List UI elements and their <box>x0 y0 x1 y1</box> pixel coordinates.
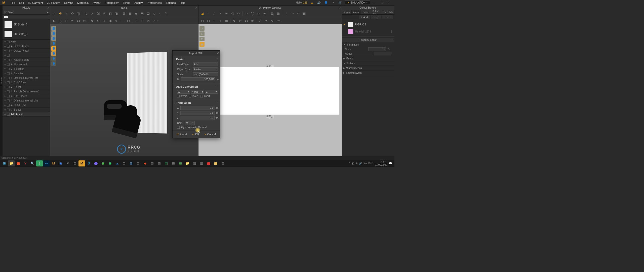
taskbar-app-icon[interactable]: ◆ <box>142 160 148 166</box>
tz-input[interactable] <box>180 116 215 120</box>
tool-icon[interactable]: ▦ <box>301 11 307 16</box>
menu-file[interactable]: File <box>9 1 17 4</box>
prop-section-surface[interactable]: ▼Surface <box>342 61 394 65</box>
tool-icon[interactable]: ▶ <box>51 18 57 23</box>
tool-icon[interactable]: ∕ <box>212 11 217 16</box>
dialog-section-translation[interactable]: Translation˄ <box>175 100 218 105</box>
tool-icon[interactable]: ⇲ <box>95 11 101 16</box>
menu-edit[interactable]: Edit <box>17 1 26 4</box>
avatar-display-icon[interactable]: 👤 <box>51 61 56 66</box>
tool-icon[interactable]: ⊗ <box>82 18 87 23</box>
taskbar-app-icon[interactable]: ▦ <box>191 160 198 166</box>
tool-icon[interactable]: · <box>206 11 211 16</box>
fabric-item[interactable]: ✔ FABRIC 1 <box>343 22 393 27</box>
tab-topstitch[interactable]: TopStitch <box>382 10 394 14</box>
axis-x-select[interactable]: X▾ <box>177 90 190 94</box>
rail-library[interactable]: LIBRARY <box>0 76 3 87</box>
tool-icon[interactable]: ⬡ <box>230 11 235 16</box>
tool-icon[interactable]: ≈ <box>263 18 269 23</box>
history-item[interactable]: ≫↳Flip Normal <box>3 62 50 67</box>
history-item[interactable]: ≫↳Cut & Sew <box>3 80 50 85</box>
tool-icon[interactable]: ⊡ <box>63 18 69 23</box>
align-bottom-checkbox[interactable]: Align Bottom to Ground <box>177 126 207 129</box>
menu-sewing[interactable]: Sewing <box>62 1 75 4</box>
tool-icon[interactable]: ▱ <box>256 11 261 16</box>
tool-icon[interactable]: ⋮ <box>283 11 289 16</box>
tray-notification-icon[interactable]: 💬 <box>389 162 392 165</box>
menu-script[interactable]: Script <box>120 1 132 4</box>
taskbar-app-icon[interactable]: ▦ <box>198 160 205 166</box>
add-fabric-button[interactable]: +Add <box>359 15 370 19</box>
prop-section-misc[interactable]: ▶Miscellaneous <box>342 66 394 70</box>
cart-icon[interactable]: 🛒 <box>338 1 343 5</box>
scale-tool-icon[interactable]: ⤡ <box>63 11 69 16</box>
taskbar-app-icon[interactable]: ⬤ <box>212 160 219 166</box>
tool-icon[interactable]: ⊞ <box>275 11 281 16</box>
prop-section-smooth[interactable]: ▶Smooth Avatar <box>342 71 394 75</box>
pattern-piece[interactable] <box>201 67 339 115</box>
state-item[interactable]: 3D State_3 <box>4 30 49 38</box>
tool-icon[interactable]: ✎ <box>164 11 169 16</box>
history-item[interactable]: ≫↳Offset as Internal Line <box>3 76 50 80</box>
taskbar-photoshop-icon[interactable]: Ps <box>43 160 50 166</box>
tool-icon[interactable]: ↗ <box>89 11 95 16</box>
move-tool-icon[interactable]: ✥ <box>57 11 63 16</box>
invert-z-checkbox[interactable]: Invert <box>200 95 210 97</box>
state-item[interactable]: 3D State_2 <box>4 20 49 29</box>
history-item[interactable]: ≫↳Particle Distance (mm) <box>3 89 50 94</box>
avatar-display-icon[interactable]: 👤 <box>51 36 56 41</box>
cloud-icon[interactable]: ☁ <box>309 1 314 5</box>
history-item[interactable]: ≫↳Delete Avatar <box>3 44 50 49</box>
tool-icon[interactable]: ⊠ <box>145 18 151 23</box>
tab-scene[interactable]: Scene <box>342 10 352 14</box>
resize-handle[interactable] <box>342 36 394 38</box>
tool-icon[interactable]: ⋈ <box>244 18 249 23</box>
display-mode-icon[interactable]: ↗ <box>199 26 205 31</box>
taskbar-chrome-icon[interactable]: ◉ <box>57 160 64 166</box>
tray-lang2[interactable]: РУС <box>368 162 373 165</box>
history-item[interactable]: ≫ <box>3 53 50 58</box>
popout-icon[interactable]: ⤢ <box>391 39 393 41</box>
trash-icon[interactable]: 🗑 <box>390 30 393 33</box>
taskbar-app-icon[interactable]: M <box>78 160 85 166</box>
ty-input[interactable] <box>180 111 215 115</box>
taskbar-app-icon[interactable]: ⊡ <box>170 160 177 166</box>
taskbar-app-icon[interactable]: ⊡ <box>135 160 141 166</box>
avatar-display-icon[interactable]: 👤 <box>51 56 56 61</box>
tool-icon[interactable]: ◢ <box>199 11 205 16</box>
popout-icon[interactable]: ⤢ <box>339 7 341 9</box>
ok-button[interactable]: ✔OK <box>190 132 201 137</box>
avatar-display-icon[interactable]: 👤 <box>51 31 56 36</box>
tool-icon[interactable]: ⊞ <box>224 18 229 23</box>
tool-icon[interactable]: ▰ <box>262 11 267 16</box>
menu-retopology[interactable]: Retopology <box>103 1 121 4</box>
tool-icon[interactable]: ▦ <box>127 11 133 16</box>
tx-input[interactable] <box>180 106 215 110</box>
sound-icon[interactable]: 🔊 <box>316 1 321 5</box>
menu-settings[interactable]: Settings <box>164 1 178 4</box>
tool-icon[interactable]: ⋯ <box>289 11 295 16</box>
tool-icon[interactable]: ⊡ <box>139 18 145 23</box>
unit-select[interactable]: m▾ <box>185 121 195 125</box>
history-item[interactable]: ≫↳Selection <box>3 71 50 76</box>
taskbar-app-icon[interactable]: ⊡ <box>71 160 78 166</box>
dialog-section-basic[interactable]: Basic˄ <box>175 57 218 62</box>
tray-chevron-icon[interactable]: ˄ <box>349 162 350 165</box>
copy-fabric-button[interactable]: Copy <box>371 15 381 19</box>
display-mode-icon[interactable]: ▦ <box>199 42 205 47</box>
tool-icon[interactable]: ◫ <box>75 11 81 16</box>
axis-y-select[interactable]: Y (Up)▾ <box>191 90 204 94</box>
taskbar-app-icon[interactable]: ⬤ <box>205 160 212 166</box>
window-max-icon[interactable]: ▢ <box>379 1 384 5</box>
taskbar-app-icon[interactable]: Y <box>22 160 29 166</box>
taskbar-skype-icon[interactable]: S <box>86 160 92 166</box>
taskbar-search-icon[interactable]: 🔍 <box>29 160 36 166</box>
reset-button[interactable]: ↺Reset <box>175 132 189 137</box>
close-icon[interactable]: ✕ <box>217 52 219 55</box>
tool-icon[interactable]: ↭ <box>95 18 101 23</box>
taskbar-app-icon[interactable]: ◉ <box>100 160 106 166</box>
tool-icon[interactable]: ∕ <box>257 18 263 23</box>
prop-section-matrix[interactable]: ▶Matrix <box>342 56 394 61</box>
tool-icon[interactable]: ⊞ <box>121 11 127 16</box>
tool-icon[interactable]: ◉ <box>107 18 113 23</box>
